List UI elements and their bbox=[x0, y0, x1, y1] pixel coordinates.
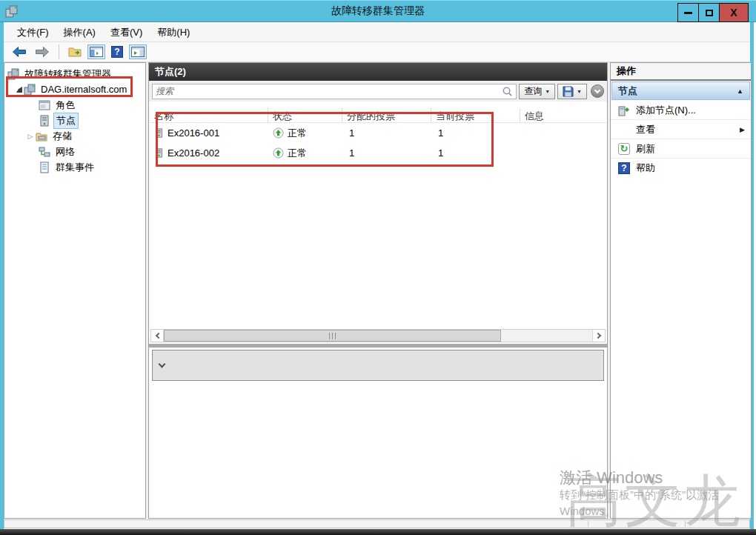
chevron-right-icon bbox=[595, 333, 601, 339]
table-row[interactable]: Ex2016-002 正常 1 1 bbox=[150, 143, 606, 163]
tree-storage-label: 存储 bbox=[50, 129, 74, 144]
server-icon bbox=[154, 127, 164, 139]
node-current-votes: 1 bbox=[431, 147, 520, 159]
tree-cluster-label: DAG.iternalsoft.com bbox=[39, 83, 129, 96]
search-input[interactable] bbox=[156, 86, 502, 96]
chevron-up-icon: ▲ bbox=[737, 87, 743, 95]
console-tree-icon bbox=[90, 47, 103, 57]
results-pane: 节点(2) 查询 ▼ ▼ 名称 状态 bbox=[148, 62, 608, 519]
help-button[interactable]: ? bbox=[109, 44, 125, 60]
scroll-left-button[interactable] bbox=[151, 330, 164, 342]
horizontal-scrollbar[interactable] bbox=[150, 329, 606, 342]
chevron-down-icon: ▼ bbox=[545, 89, 550, 94]
results-pane-title: 节点(2) bbox=[149, 63, 607, 81]
forward-button[interactable] bbox=[33, 44, 52, 60]
close-button[interactable]: X bbox=[719, 3, 749, 22]
save-query-button[interactable]: ▼ bbox=[557, 84, 587, 99]
console-tree-pane: 故障转移群集管理器 DAG.iternalsoft.com 角色 节点 ▷ bbox=[4, 62, 146, 519]
console-tree-toggle-button[interactable] bbox=[87, 44, 105, 59]
nodes-grid: 名称 状态 分配的投票 当前投票 信息 Ex2016-001 正常 1 bbox=[150, 108, 606, 163]
tree-roles-label: 角色 bbox=[53, 98, 77, 113]
author-stamp-watermark: 高文龙 bbox=[566, 464, 743, 535]
maximize-button[interactable] bbox=[698, 3, 720, 22]
tree-item-storage[interactable]: ▷ 存储 bbox=[4, 128, 145, 144]
refresh-icon: ↻ bbox=[618, 143, 630, 155]
toolbar: ? bbox=[4, 42, 750, 62]
column-header-name[interactable]: 名称 bbox=[150, 108, 268, 122]
workspace: 故障转移群集管理器 DAG.iternalsoft.com 角色 节点 ▷ bbox=[4, 62, 750, 519]
titlebar[interactable]: 故障转移群集管理器 X bbox=[0, 0, 756, 22]
node-name: Ex2016-001 bbox=[168, 127, 219, 139]
column-header-current-votes[interactable]: 当前投票 bbox=[431, 108, 520, 122]
menu-file[interactable]: 文件(F) bbox=[10, 23, 56, 42]
help-icon: ? bbox=[111, 46, 123, 58]
chevron-left-icon bbox=[156, 333, 162, 339]
action-refresh[interactable]: ↻ 刷新 bbox=[611, 139, 751, 159]
tree-root-label: 故障转移群集管理器 bbox=[22, 67, 113, 82]
expander-closed-icon[interactable]: ▷ bbox=[27, 133, 34, 140]
grip-icon bbox=[329, 333, 336, 339]
back-button[interactable] bbox=[10, 44, 29, 60]
search-row: 查询 ▼ ▼ bbox=[149, 81, 607, 102]
expand-search-options-button[interactable] bbox=[591, 84, 604, 98]
action-view[interactable]: 查看 ▶ bbox=[611, 120, 751, 139]
node-status: 正常 bbox=[288, 127, 307, 140]
action-help[interactable]: ? 帮助 bbox=[611, 159, 751, 178]
scrollbar-track[interactable] bbox=[164, 330, 592, 342]
table-row[interactable]: Ex2016-001 正常 1 1 bbox=[150, 123, 606, 143]
maximize-icon bbox=[706, 10, 713, 16]
column-header-info[interactable]: 信息 bbox=[520, 108, 606, 122]
chevron-right-icon: ▶ bbox=[740, 126, 745, 133]
tree-item-root[interactable]: 故障转移群集管理器 bbox=[4, 66, 145, 82]
help-icon: ? bbox=[618, 162, 630, 174]
server-icon bbox=[154, 147, 164, 159]
action-label: 查看 bbox=[636, 123, 734, 136]
tree-item-cluster-events[interactable]: 群集事件 bbox=[4, 159, 145, 175]
minimize-button[interactable] bbox=[677, 3, 699, 22]
tree-item-nodes[interactable]: 节点 bbox=[4, 113, 145, 128]
failover-cluster-manager-window: 故障转移群集管理器 X 文件(F) 操作(A) 查看(V) 帮助(H) ? bbox=[0, 0, 756, 535]
expander-open-icon[interactable] bbox=[16, 87, 22, 93]
minimize-icon bbox=[684, 12, 692, 14]
menu-view[interactable]: 查看(V) bbox=[103, 23, 150, 42]
menubar: 文件(F) 操作(A) 查看(V) 帮助(H) bbox=[4, 23, 750, 42]
cluster-manager-icon bbox=[7, 68, 19, 80]
grid-header-row: 名称 状态 分配的投票 当前投票 信息 bbox=[150, 108, 606, 123]
action-label: 刷新 bbox=[636, 142, 745, 156]
chevron-down-icon bbox=[159, 361, 166, 368]
chevron-down-icon: ▼ bbox=[577, 89, 582, 94]
scrollbar-thumb[interactable] bbox=[164, 330, 501, 342]
menu-action[interactable]: 操作(A) bbox=[56, 23, 103, 42]
detail-panel-collapsed[interactable] bbox=[152, 350, 604, 381]
action-add-node[interactable]: 添加节点(N)... bbox=[611, 101, 751, 120]
node-name: Ex2016-002 bbox=[168, 147, 219, 159]
pane-splitter[interactable] bbox=[149, 344, 607, 348]
window-title: 故障转移群集管理器 bbox=[0, 4, 756, 18]
chevron-down-icon bbox=[594, 87, 600, 93]
tree-item-networks[interactable]: 网络 bbox=[4, 144, 145, 159]
column-header-assigned-votes[interactable]: 分配的投票 bbox=[342, 108, 431, 122]
events-icon bbox=[39, 162, 50, 173]
folder-export-icon bbox=[68, 46, 82, 58]
tree-nodes-label: 节点 bbox=[53, 113, 79, 129]
nodes-icon bbox=[39, 115, 50, 127]
actions-pane: 操作 节点 ▲ 添加节点(N)... 查看 ▶ ↻ 刷新 ? 帮助 bbox=[610, 62, 752, 519]
cluster-icon bbox=[24, 84, 36, 96]
search-box[interactable] bbox=[152, 84, 517, 99]
search-icon bbox=[502, 86, 513, 97]
tree-item-roles[interactable]: 角色 bbox=[4, 97, 145, 113]
storage-icon bbox=[36, 130, 47, 142]
action-label: 帮助 bbox=[636, 162, 745, 175]
action-pane-icon bbox=[131, 47, 145, 57]
scroll-right-button[interactable] bbox=[592, 330, 605, 342]
networks-icon bbox=[39, 146, 50, 158]
query-button[interactable]: 查询 ▼ bbox=[519, 84, 555, 99]
tree-networks-label: 网络 bbox=[53, 144, 77, 159]
menu-help[interactable]: 帮助(H) bbox=[150, 23, 197, 42]
action-pane-toggle-button[interactable] bbox=[129, 44, 147, 59]
add-node-icon bbox=[618, 104, 630, 116]
actions-section-nodes[interactable]: 节点 ▲ bbox=[611, 82, 750, 100]
export-list-button[interactable] bbox=[66, 44, 84, 60]
tree-item-cluster[interactable]: DAG.iternalsoft.com bbox=[4, 82, 145, 97]
column-header-status[interactable]: 状态 bbox=[268, 108, 342, 122]
